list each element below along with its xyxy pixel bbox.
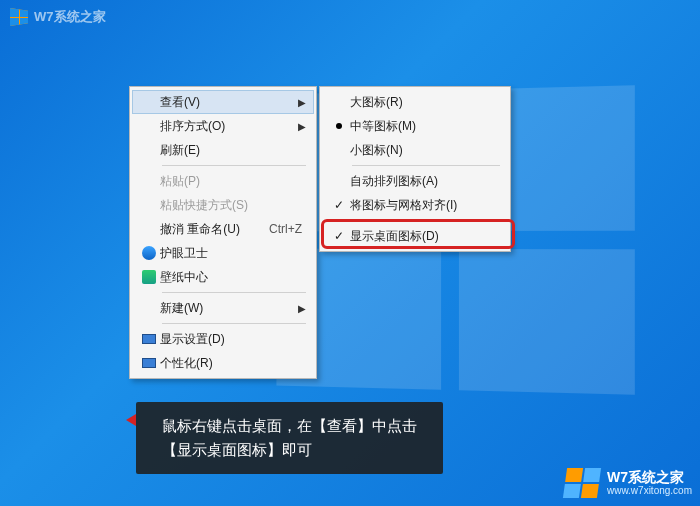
monitor-icon [138,358,160,368]
menu-label: 护眼卫士 [160,245,308,262]
check-checked-icon [328,229,350,243]
menu-item-refresh[interactable]: 刷新(E) [132,138,314,162]
menu-label: 个性化(R) [160,355,308,372]
menu-item-new[interactable]: 新建(W) ▶ [132,296,314,320]
menu-accelerator: Ctrl+Z [269,222,308,236]
menu-item-medium-icons[interactable]: 中等图标(M) [322,114,508,138]
desktop-context-menu: 查看(V) ▶ 排序方式(O) ▶ 刷新(E) 粘贴(P) 粘贴快捷方式(S) … [129,86,317,379]
menu-item-personalize[interactable]: 个性化(R) [132,351,314,375]
menu-item-undo-rename[interactable]: 撤消 重命名(U) Ctrl+Z [132,217,314,241]
menu-label: 查看(V) [160,94,298,111]
menu-item-wallpaper[interactable]: 壁纸中心 [132,265,314,289]
annotation-caption: 鼠标右键点击桌面，在【查看】中点击 【显示桌面图标】即可 [136,402,443,474]
menu-label: 大图标(R) [350,94,502,111]
menu-item-align-grid[interactable]: 将图标与网格对齐(I) [322,193,508,217]
monitor-icon [138,334,160,344]
menu-item-small-icons[interactable]: 小图标(N) [322,138,508,162]
menu-label: 壁纸中心 [160,269,308,286]
menu-label: 显示设置(D) [160,331,308,348]
submenu-arrow-icon: ▶ [298,121,308,132]
menu-label: 自动排列图标(A) [350,173,502,190]
menu-label: 刷新(E) [160,142,308,159]
submenu-arrow-icon: ▶ [298,97,308,108]
menu-label: 小图标(N) [350,142,502,159]
menu-item-paste: 粘贴(P) [132,169,314,193]
menu-item-eyecare[interactable]: 护眼卫士 [132,241,314,265]
menu-label: 排序方式(O) [160,118,298,135]
menu-label: 撤消 重命名(U) [160,221,269,238]
menu-separator [352,220,500,221]
menu-item-large-icons[interactable]: 大图标(R) [322,90,508,114]
shield-icon [138,246,160,260]
watermark-logo-icon [563,468,601,498]
caption-line: 【显示桌面图标】即可 [162,438,417,462]
menu-separator [162,323,306,324]
watermark-brand: W7系统之家 [607,470,692,485]
menu-separator [162,165,306,166]
menu-label: 新建(W) [160,300,298,317]
menu-separator [162,292,306,293]
menu-label: 中等图标(M) [350,118,502,135]
check-checked-icon [328,198,350,212]
menu-item-view[interactable]: 查看(V) ▶ [132,90,314,114]
submenu-arrow-icon: ▶ [298,303,308,314]
menu-label: 粘贴(P) [160,173,308,190]
menu-item-display-settings[interactable]: 显示设置(D) [132,327,314,351]
menu-item-paste-shortcut: 粘贴快捷方式(S) [132,193,314,217]
watermark-logo-icon [10,8,28,26]
menu-label: 显示桌面图标(D) [350,228,502,245]
radio-selected-icon [328,123,350,129]
view-submenu: 大图标(R) 中等图标(M) 小图标(N) 自动排列图标(A) 将图标与网格对齐… [319,86,511,252]
menu-item-show-desktop-icons[interactable]: 显示桌面图标(D) [322,224,508,248]
watermark-url: www.w7xitong.com [607,485,692,496]
menu-separator [352,165,500,166]
watermark-text: W7系统之家 www.w7xitong.com [607,470,692,496]
menu-item-sort[interactable]: 排序方式(O) ▶ [132,114,314,138]
menu-label: 将图标与网格对齐(I) [350,197,502,214]
watermark-top: W7系统之家 [10,8,106,26]
menu-item-auto-arrange[interactable]: 自动排列图标(A) [322,169,508,193]
picture-icon [138,270,160,284]
watermark-top-text: W7系统之家 [34,8,106,26]
watermark-bottom: W7系统之家 www.w7xitong.com [565,468,692,498]
menu-label: 粘贴快捷方式(S) [160,197,308,214]
caption-line: 鼠标右键点击桌面，在【查看】中点击 [162,414,417,438]
